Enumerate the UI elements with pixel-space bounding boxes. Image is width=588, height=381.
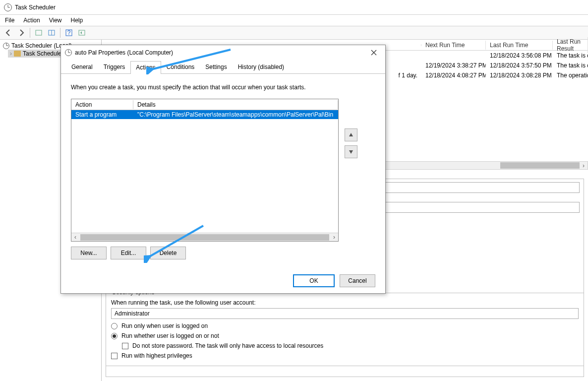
check-label: Do not store password. The task will onl… [132,342,323,349]
menu-file[interactable]: File [5,17,14,24]
window-title: Task Scheduler [15,4,56,11]
radio-label: Run only when user is logged on [121,322,208,329]
tab-history[interactable]: History (disabled) [233,61,290,73]
forward-button[interactable] [16,27,27,38]
move-up-button[interactable] [345,128,357,141]
chevron-left-icon[interactable]: ‹ [71,234,79,241]
cell-details: "C:\Program Files\PalServer\steam\steama… [133,111,338,119]
checkbox-icon [122,343,128,349]
cell-last-result: The task is curr [553,52,588,60]
cell-last-run: 12/18/2024 3:56:08 PM [486,52,553,60]
security-prompt: When running the task, use the following… [111,299,579,306]
check-label: Run with highest privileges [121,352,192,359]
cell-last-run: 12/18/2024 3:08:28 PM [486,71,553,79]
properties-dialog: auto Pal Properties (Local Computer) Gen… [60,45,386,294]
menu-help[interactable]: Help [71,17,83,24]
tree-child-label: Task Schedule [23,50,61,57]
cell-action: Start a program [71,111,133,119]
triangle-down-icon [349,149,353,154]
clock-icon [65,49,72,56]
tab-settings[interactable]: Settings [200,61,232,73]
back-button[interactable] [3,27,14,38]
help-icon[interactable]: ? [63,27,74,38]
col-action[interactable]: Action [71,100,133,109]
check-highest-privileges[interactable]: Run with highest privileges [111,351,579,361]
radio-icon [111,323,118,329]
col-next-run[interactable]: Next Run Time [421,41,486,50]
close-button[interactable] [366,47,381,59]
cell-last-run: 12/18/2024 3:57:50 PM [486,62,553,69]
menubar: File Action View Help [0,15,588,26]
clock-icon [3,43,9,49]
cell-last-result: The task is curr [553,62,588,69]
toolbar: ? [0,26,588,40]
tab-general[interactable]: General [66,61,98,73]
radio-label: Run whether user is logged on or not [121,332,219,339]
menu-view[interactable]: View [49,17,62,24]
col-last-run[interactable]: Last Run Time [486,41,553,50]
toolbar-icon-2[interactable] [46,27,57,38]
dialog-titlebar[interactable]: auto Pal Properties (Local Computer) [61,45,385,60]
toolbar-icon-1[interactable] [33,27,44,38]
chevron-right-icon[interactable]: › [580,162,588,169]
actions-hscroll[interactable]: ‹ › [71,233,338,241]
cell-next-run: 12/18/2024 4:08:27 PM [421,71,486,79]
move-down-button[interactable] [345,145,357,158]
col-details[interactable]: Details [133,100,338,109]
edit-button[interactable]: Edit... [111,247,146,259]
security-options-group: Security options When running the task, … [106,293,584,366]
radio-run-only-logged-on[interactable]: Run only when user is logged on [111,321,579,331]
tab-conditions[interactable]: Conditions [161,61,200,73]
folder-icon [14,51,21,57]
cancel-button[interactable]: Cancel [340,274,375,287]
chevron-right-icon[interactable]: › [330,234,338,241]
security-account-field[interactable]: Administrator [111,308,579,319]
check-no-store-password[interactable]: Do not store password. The task will onl… [122,341,579,351]
svg-rect-0 [36,30,42,35]
delete-button[interactable]: Delete [150,247,186,259]
window-titlebar: Task Scheduler [0,0,588,15]
tab-actions[interactable]: Actions [130,61,161,74]
actions-row[interactable]: Start a program "C:\Program Files\PalSer… [71,110,338,119]
radio-icon [111,333,118,339]
checkbox-icon [111,353,118,359]
clock-icon [4,3,12,11]
ok-button[interactable]: OK [293,274,335,287]
cell-next-run [421,55,486,56]
chevron-right-icon: › [10,50,12,57]
tab-triggers[interactable]: Triggers [98,61,131,73]
triangle-up-icon [349,132,353,137]
toolbar-icon-3[interactable] [76,27,87,38]
actions-table: Action Details Start a program "C:\Progr… [71,99,339,242]
radio-run-whether[interactable]: Run whether user is logged on or not [111,331,579,341]
actions-hint: When you create a task, you must specify… [71,84,375,91]
cell-next-run: 12/19/2024 3:38:27 PM [421,62,486,69]
close-icon [371,50,377,56]
dialog-tabs: General Triggers Actions Conditions Sett… [61,60,385,74]
menu-action[interactable]: Action [23,17,40,24]
svg-text:?: ? [67,29,71,36]
cell-last-result: The operation c [553,71,588,79]
dialog-title: auto Pal Properties (Local Computer) [75,49,173,56]
new-button[interactable]: New... [71,247,107,259]
